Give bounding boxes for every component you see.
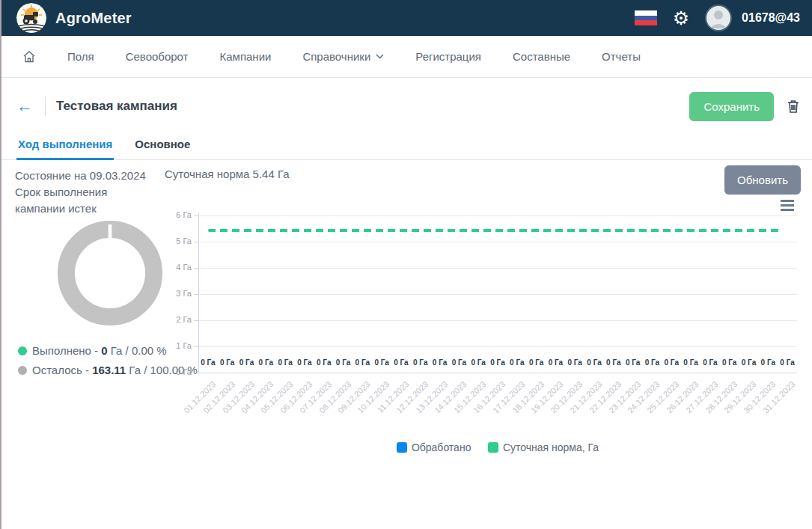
bar-data-label: 0 Га	[198, 358, 218, 367]
bar-data-label: 0 Га	[218, 358, 237, 367]
user-id[interactable]: 01678@43	[742, 11, 805, 25]
progress-dashboard: Состояние на 09.03.2024 Срок выполнения …	[1, 160, 812, 459]
settings-gear-icon[interactable]: ⚙	[673, 9, 689, 28]
back-button[interactable]: ←	[16, 98, 33, 114]
app-logo-icon	[16, 3, 46, 33]
page-title: Тестовая кампания	[56, 99, 177, 114]
avatar[interactable]	[705, 4, 732, 31]
bar-data-label: 0 Га	[565, 358, 584, 367]
nav-item-home[interactable]	[22, 50, 36, 64]
bar-data-label: 0 Га	[334, 358, 353, 367]
main-nav: Поля Севооборот Кампании Справочники Рег…	[1, 36, 812, 78]
grid-line	[198, 215, 797, 216]
nav-item-campaigns[interactable]: Кампании	[220, 50, 272, 63]
tab-progress[interactable]: Ход выполнения	[16, 135, 114, 160]
bar-data-label: 0 Га	[391, 358, 411, 367]
bar-data-label: 0 Га	[681, 358, 700, 367]
legend-swatch-green	[488, 442, 498, 453]
top-header: AgroMeter ⚙ 01678@43	[1, 0, 812, 36]
nav-item-directories[interactable]: Справочники	[302, 50, 384, 63]
tab-main[interactable]: Основное	[133, 135, 192, 160]
bar-chart-legend: Обработано Суточная норма, Га	[198, 441, 797, 456]
nav-item-crop-rotation[interactable]: Севооборот	[126, 50, 189, 63]
legend-item-processed[interactable]: Обработано	[397, 441, 471, 453]
save-button[interactable]: Сохранить	[689, 92, 774, 121]
grid-line	[198, 268, 797, 269]
nav-item-reports[interactable]: Отчеты	[602, 50, 641, 63]
bar-data-label: 0 Га	[778, 358, 797, 367]
grid-line	[198, 346, 797, 347]
page-header: ← Тестовая кампания Сохранить	[1, 78, 812, 135]
bar-data-label: 0 Га	[314, 358, 334, 367]
bar-chart-plot: 0 Га1 Га2 Га3 Га4 Га5 Га6 Га0 Га01.12.20…	[1, 160, 812, 459]
y-axis-label: 6 Га	[159, 210, 192, 219]
bar-data-label: 0 Га	[739, 358, 759, 367]
grid-line	[198, 320, 797, 321]
bar-data-label: 0 Га	[584, 358, 604, 367]
tab-bar: Ход выполнения Основное	[1, 135, 812, 160]
bar-data-label: 0 Га	[758, 358, 778, 367]
y-axis-label: 1 Га	[159, 341, 192, 350]
bar-data-label: 0 Га	[527, 358, 546, 367]
grid-line	[198, 294, 797, 295]
legend-item-daily-rate[interactable]: Суточная норма, Га	[488, 441, 599, 453]
bar-data-label: 0 Га	[720, 358, 739, 367]
y-axis-line	[198, 212, 199, 373]
bar-data-label: 0 Га	[623, 358, 643, 367]
bar-data-label: 0 Га	[643, 358, 662, 367]
bar-data-label: 0 Га	[275, 358, 295, 367]
x-axis-line	[198, 373, 797, 373]
legend-swatch-blue	[397, 442, 407, 453]
bar-data-label: 0 Га	[488, 358, 507, 367]
nav-item-registration[interactable]: Регистрация	[415, 50, 481, 63]
home-icon	[22, 50, 36, 64]
y-axis-label: 5 Га	[159, 236, 192, 245]
y-axis-label: 4 Га	[159, 263, 192, 272]
grid-line	[198, 242, 797, 242]
bar-data-label: 0 Га	[662, 358, 681, 367]
bar-data-label: 0 Га	[372, 358, 391, 367]
bar-data-label: 0 Га	[546, 358, 566, 367]
nav-item-composite[interactable]: Составные	[513, 50, 570, 63]
bar-data-label: 0 Га	[468, 358, 488, 367]
bar-data-label: 0 Га	[700, 358, 720, 367]
y-axis-label: 0 Га	[159, 367, 192, 376]
bar-data-label: 0 Га	[295, 358, 314, 367]
bar-data-label: 0 Га	[411, 358, 430, 367]
delete-button[interactable]	[787, 100, 799, 113]
daily-rate-dashed-line	[208, 229, 783, 232]
trash-icon	[787, 100, 799, 113]
app-name: AgroMeter	[55, 10, 132, 27]
chevron-down-icon	[376, 54, 384, 59]
bar-data-label: 0 Га	[352, 358, 372, 367]
bar-data-label: 0 Га	[604, 358, 623, 367]
bar-data-label: 0 Га	[256, 358, 275, 367]
language-flag-icon[interactable]	[635, 10, 657, 25]
app-window: AgroMeter ⚙ 01678@43 Поля Севооборот Кам…	[0, 0, 812, 529]
bar-data-label: 0 Га	[237, 358, 257, 367]
bar-data-label: 0 Га	[430, 358, 450, 367]
bar-data-label: 0 Га	[507, 358, 527, 367]
y-axis-label: 3 Га	[159, 289, 192, 298]
y-axis-label: 2 Га	[159, 315, 192, 324]
bar-data-label: 0 Га	[449, 358, 468, 367]
nav-item-fields[interactable]: Поля	[67, 50, 94, 63]
divider	[45, 97, 46, 116]
